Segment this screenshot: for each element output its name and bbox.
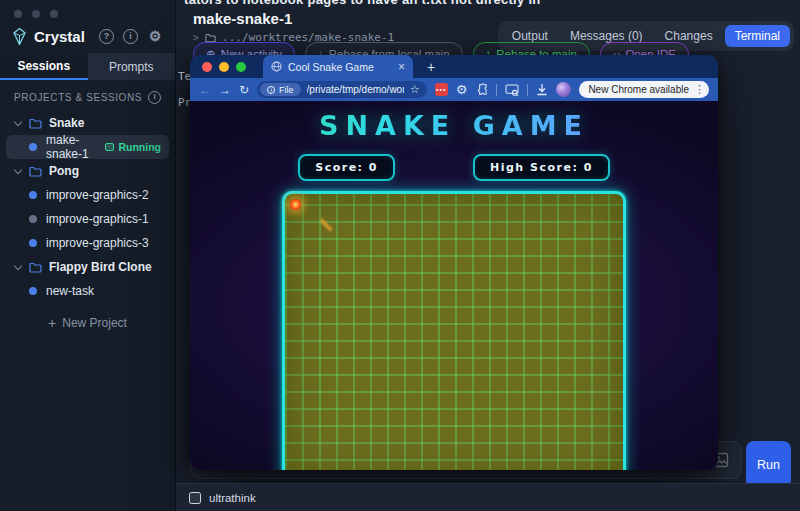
run-button[interactable]: Run bbox=[746, 441, 791, 488]
sidebar-item-session-improve-graphics-3[interactable]: improve-graphics-3 bbox=[6, 231, 169, 255]
extensions-puzzle-icon[interactable] bbox=[475, 83, 488, 96]
running-icon bbox=[105, 143, 114, 151]
back-icon[interactable]: ← bbox=[199, 83, 211, 97]
sidebar-item-session-new-task[interactable]: new-task bbox=[6, 279, 169, 303]
zoom-window-icon[interactable] bbox=[236, 62, 246, 72]
sidebar-tabs: Sessions Prompts bbox=[0, 53, 175, 80]
ultrathink-checkbox[interactable] bbox=[189, 492, 201, 504]
sidebar-item-project-flappy-bird-clone[interactable]: Flappy Bird Clone bbox=[6, 255, 169, 279]
window-dot-icon[interactable] bbox=[14, 10, 22, 18]
sidebar-item-session-improve-graphics-1[interactable]: improve-graphics-1 bbox=[6, 207, 169, 231]
close-window-icon[interactable] bbox=[202, 62, 212, 72]
address-bar[interactable]: i File /private/tmp/demo/worktrees/make-… bbox=[257, 81, 427, 98]
folder-icon bbox=[29, 166, 42, 177]
download-icon[interactable] bbox=[536, 83, 548, 96]
folder-icon bbox=[29, 118, 42, 129]
extension-red-icon[interactable]: ••• bbox=[435, 83, 448, 96]
gear-icon[interactable]: ⚙ bbox=[147, 29, 163, 44]
session-label: improve-graphics-1 bbox=[46, 212, 149, 226]
status-badge: Running bbox=[105, 141, 161, 153]
chevron-down-icon[interactable] bbox=[14, 261, 22, 269]
chevron-down-icon[interactable] bbox=[14, 165, 22, 173]
toolbar-divider bbox=[527, 84, 528, 96]
page-info-icon: i bbox=[267, 86, 275, 94]
screenshot-tool-icon[interactable] bbox=[505, 84, 519, 96]
browser-tab-title: Cool Snake Game bbox=[288, 61, 392, 73]
folder-icon bbox=[29, 262, 42, 273]
sidebar-item-project-pong[interactable]: Pong bbox=[6, 159, 169, 183]
window-dot-icon[interactable] bbox=[50, 10, 58, 18]
session-label: make-snake-1 bbox=[46, 133, 95, 161]
browser-tab[interactable]: Cool Snake Game × bbox=[263, 55, 413, 78]
new-tab-icon[interactable]: + bbox=[427, 59, 435, 75]
sidebar: Crystal ? i ⚙ Sessions Prompts PROJECTS … bbox=[0, 0, 176, 511]
game-title: SNAKE GAME bbox=[190, 101, 718, 141]
tab-sessions[interactable]: Sessions bbox=[0, 53, 88, 80]
profile-avatar[interactable] bbox=[556, 82, 571, 97]
clipped-terminal-line: tators to notebook pages to have an t.tx… bbox=[184, 0, 800, 7]
window-dot-icon[interactable] bbox=[32, 10, 40, 18]
app-title: Crystal bbox=[34, 28, 99, 45]
browser-toolbar: ← → ↻ i File /private/tmp/demo/worktrees… bbox=[190, 78, 718, 101]
ultrathink-label: ultrathink bbox=[209, 492, 256, 504]
sidebar-item-session-make-snake-1[interactable]: make-snake-1 Running bbox=[6, 135, 169, 159]
session-status-dot bbox=[29, 215, 37, 223]
section-info-icon[interactable]: i bbox=[148, 91, 161, 104]
session-label: improve-graphics-2 bbox=[46, 188, 149, 202]
minimize-window-icon[interactable] bbox=[219, 62, 229, 72]
bottom-bar: ultrathink bbox=[176, 483, 800, 511]
chrome-update-button[interactable]: New Chrome available ⋮ bbox=[579, 81, 709, 98]
reload-icon[interactable]: ↻ bbox=[239, 83, 249, 97]
session-status-dot bbox=[29, 143, 37, 151]
forward-icon[interactable]: → bbox=[219, 83, 231, 97]
crystal-logo-icon bbox=[12, 28, 27, 45]
tab-close-icon[interactable]: × bbox=[398, 60, 405, 74]
tab-terminal[interactable]: Terminal bbox=[725, 25, 790, 47]
sidebar-item-session-improve-graphics-2[interactable]: improve-graphics-2 bbox=[6, 183, 169, 207]
help-icon[interactable]: ? bbox=[99, 29, 114, 44]
app-window: Crystal ? i ⚙ Sessions Prompts PROJECTS … bbox=[0, 0, 800, 511]
tab-prompts[interactable]: Prompts bbox=[88, 53, 176, 80]
page-title: make-snake-1 bbox=[193, 10, 292, 27]
browser-tabstrip: Cool Snake Game × + bbox=[190, 55, 718, 78]
brand-row: Crystal ? i ⚙ bbox=[0, 22, 175, 53]
sidebar-item-project-snake[interactable]: Snake bbox=[6, 111, 169, 135]
section-header: PROJECTS & SESSIONS i bbox=[0, 80, 175, 109]
project-label: Flappy Bird Clone bbox=[49, 260, 152, 274]
snake-segment bbox=[319, 218, 333, 232]
url-text: /private/tmp/demo/worktrees/make-... bbox=[307, 84, 404, 95]
session-status-dot bbox=[29, 239, 37, 247]
bookmark-star-icon[interactable]: ☆ bbox=[410, 83, 420, 96]
globe-favicon-icon bbox=[271, 61, 282, 72]
section-title: PROJECTS & SESSIONS bbox=[14, 92, 148, 103]
new-project-label: New Project bbox=[62, 316, 127, 330]
plus-icon: + bbox=[48, 315, 56, 331]
extension-gear-icon[interactable]: ⚙ bbox=[456, 82, 468, 97]
high-score-display: High Score: 0 bbox=[473, 154, 610, 181]
snake-game-page: SNAKE GAME Score: 0 High Score: 0 bbox=[190, 101, 718, 470]
url-scheme-chip[interactable]: i File bbox=[260, 83, 301, 96]
project-label: Snake bbox=[49, 116, 84, 130]
chevron-down-icon[interactable] bbox=[14, 117, 22, 125]
project-tree: Snake make-snake-1 Running Pong improve bbox=[0, 109, 175, 333]
project-label: Pong bbox=[49, 164, 79, 178]
toolbar-divider bbox=[496, 84, 497, 96]
score-row: Score: 0 High Score: 0 bbox=[190, 154, 718, 181]
menu-dots-icon[interactable]: ⋮ bbox=[694, 83, 705, 96]
session-label: new-task bbox=[46, 284, 94, 298]
session-status-dot bbox=[29, 287, 37, 295]
browser-window: Cool Snake Game × + ← → ↻ i File /privat… bbox=[190, 55, 718, 470]
running-label: Running bbox=[118, 141, 161, 153]
window-controls bbox=[0, 0, 175, 22]
food-dot bbox=[290, 199, 301, 210]
folder-icon bbox=[205, 33, 216, 43]
session-status-dot bbox=[29, 191, 37, 199]
new-project-button[interactable]: + New Project bbox=[6, 315, 169, 331]
info-icon[interactable]: i bbox=[123, 29, 138, 44]
game-board[interactable] bbox=[282, 191, 626, 470]
score-display: Score: 0 bbox=[298, 154, 395, 181]
session-label: improve-graphics-3 bbox=[46, 236, 149, 250]
